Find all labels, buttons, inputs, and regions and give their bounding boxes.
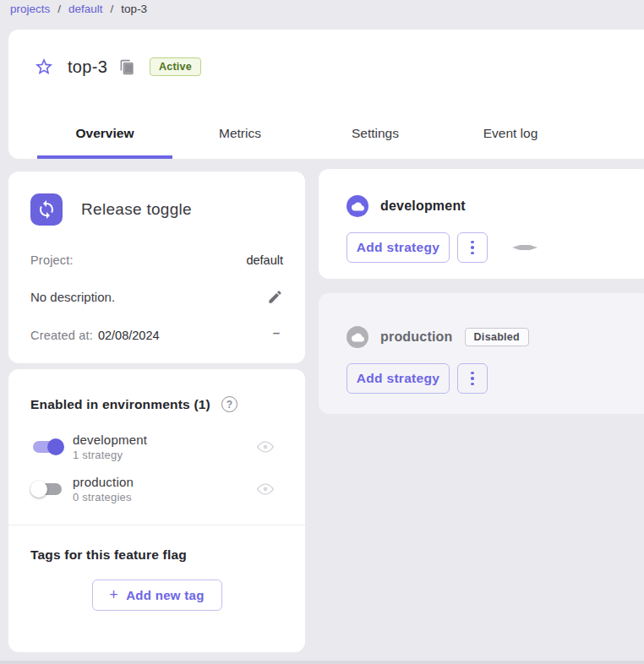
env-toggle-row-production: production 0 strategies (30, 475, 283, 503)
project-value: default (246, 253, 283, 267)
env-name: development (73, 433, 256, 447)
breadcrumb-projects-link[interactable]: projects (10, 3, 50, 15)
more-actions-kebab-icon[interactable] (457, 232, 488, 263)
edit-pencil-icon[interactable] (267, 289, 283, 305)
favorite-star-icon[interactable] (34, 57, 54, 77)
tab-event-log-label: Event log (483, 126, 538, 141)
flag-type-row: Release toggle (30, 193, 283, 226)
release-toggle-icon (30, 193, 63, 226)
env-strategy-count: 0 strategies (73, 491, 256, 503)
page-title: top-3 (68, 57, 107, 77)
eye-icon[interactable] (256, 480, 275, 498)
flag-type-label: Release toggle (81, 200, 192, 219)
cloud-environment-icon (347, 195, 368, 217)
breadcrumb-current: top-3 (121, 3, 147, 15)
development-toggle[interactable] (30, 438, 64, 456)
plus-icon: + (109, 586, 118, 604)
flag-details-card: Release toggle Project: default No descr… (8, 171, 305, 363)
project-row: Project: default (30, 253, 283, 267)
enabled-environments-title: Enabled in environments (1) (30, 397, 210, 412)
tab-overview[interactable]: Overview (37, 108, 172, 159)
development-environment-panel: development Add strategy (319, 169, 644, 279)
help-icon[interactable]: ? (221, 396, 237, 412)
more-actions-kebab-icon[interactable] (457, 363, 488, 394)
tab-overview-label: Overview (76, 126, 134, 141)
env-name: production (73, 475, 256, 489)
production-toggle[interactable] (30, 480, 64, 498)
breadcrumb-default-link[interactable]: default (68, 3, 103, 15)
flag-title-row: top-3 Active (8, 30, 644, 104)
environment-name: development (380, 199, 466, 214)
tab-settings-label: Settings (352, 126, 399, 141)
copy-icon[interactable] (119, 58, 136, 75)
collapse-handle-icon (512, 243, 538, 252)
development-panel-actions: Add strategy (347, 232, 644, 263)
add-strategy-button[interactable]: Add strategy (347, 363, 450, 394)
production-panel-actions: Add strategy (347, 363, 644, 394)
breadcrumb: projects / default / top-3 (10, 3, 147, 15)
production-panel-header[interactable]: production Disabled (347, 293, 644, 348)
created-at-label: Created at: (30, 329, 93, 342)
status-badge: Active (150, 57, 201, 76)
breadcrumb-separator: / (57, 3, 61, 15)
tab-metrics-label: Metrics (219, 126, 261, 141)
add-new-tag-label: Add new tag (126, 588, 204, 602)
toggle-thumb (47, 438, 64, 455)
breadcrumb-separator: / (111, 3, 114, 15)
environments-tags-card: Enabled in environments (1) ? developmen… (8, 369, 305, 652)
flag-header-card: top-3 Active Overview Metrics Settings E… (8, 30, 644, 159)
next-section-edge (0, 661, 644, 664)
tab-settings[interactable]: Settings (308, 108, 443, 159)
description-row: No description. (30, 289, 283, 305)
project-label: Project: (30, 253, 74, 267)
enabled-environments-section: Enabled in environments (1) ? developmen… (8, 369, 305, 503)
cloud-environment-icon (347, 326, 368, 348)
toggle-thumb (30, 481, 47, 498)
add-new-tag-button[interactable]: + Add new tag (92, 580, 222, 611)
eye-icon[interactable] (256, 438, 275, 456)
env-strategy-count: 1 strategy (73, 449, 256, 461)
add-strategy-button[interactable]: Add strategy (347, 232, 450, 263)
created-at-row: Created at:02/08/2024 – (30, 329, 283, 342)
created-at-value: 02/08/2024 (98, 329, 160, 342)
env-toggle-row-development: development 1 strategy (30, 433, 283, 461)
description-text: No description. (30, 290, 115, 304)
tab-metrics[interactable]: Metrics (172, 108, 308, 159)
environment-name: production (380, 329, 453, 345)
tab-event-log[interactable]: Event log (443, 108, 578, 159)
collapse-dash-icon[interactable]: – (270, 329, 283, 337)
tab-bar: Overview Metrics Settings Event log (37, 108, 578, 159)
active-tab-underline (37, 155, 172, 159)
disabled-chip: Disabled (465, 328, 530, 346)
tags-title: Tags for this feature flag (30, 547, 283, 563)
production-environment-panel: production Disabled Add strategy (319, 293, 644, 414)
development-panel-header[interactable]: development (347, 169, 644, 217)
tags-section: Tags for this feature flag + Add new tag (8, 525, 305, 611)
